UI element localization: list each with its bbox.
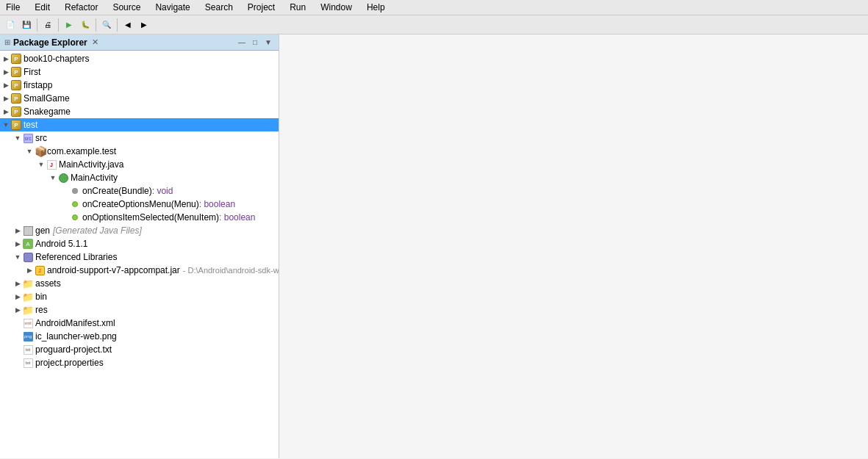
tree-item-firstapp[interactable]: Pfirstapp xyxy=(0,79,279,92)
menu-edit[interactable]: Edit xyxy=(32,1,53,13)
tree-icon-txt: txt xyxy=(22,357,34,369)
tree-item-onoptionsitemselected[interactable]: onOptionsItemSelected(MenuItem) : boolea… xyxy=(0,211,279,224)
new-button[interactable]: 📄 xyxy=(3,18,18,32)
tree-item-oncreate[interactable]: onCreate(Bundle) : void xyxy=(0,184,279,198)
tree-label-smallgame: SmallGame xyxy=(24,93,70,104)
tree-arrow-mainactivity[interactable] xyxy=(49,173,57,182)
menu-search[interactable]: Search xyxy=(202,1,236,13)
tree-arrow-res[interactable] xyxy=(13,306,22,314)
tree-icon-method_pub xyxy=(69,198,81,210)
menu-help[interactable]: Help xyxy=(364,1,388,13)
tree-item-src[interactable]: srcsrc xyxy=(0,131,279,145)
tree-label-bin: bin xyxy=(35,292,47,302)
package-explorer-panel: ⊞ Package Explorer ✕ — □ ▼ Pbook10-chapt… xyxy=(0,35,279,458)
tree-item-appcompat[interactable]: Jandroid-support-v7-appcompat.jar - D:\A… xyxy=(0,264,279,277)
forward-button[interactable]: ▶ xyxy=(137,18,151,32)
tree-icon-project: P xyxy=(10,53,22,65)
save-button[interactable]: 💾 xyxy=(19,18,34,32)
tree-item-reflibs[interactable]: Referenced Libraries xyxy=(0,250,279,264)
tree-item-smallgame[interactable]: PSmallGame xyxy=(0,92,279,105)
tree-icon-reflib xyxy=(22,251,34,263)
tree-item-snakegame[interactable]: PSnakegame xyxy=(0,105,279,118)
tree-item-oncreateoptionsmenu[interactable]: onCreateOptionsMenu(Menu) : boolean xyxy=(0,198,279,211)
tree-arrow-firstapp[interactable] xyxy=(1,81,10,90)
menu-source[interactable]: Source xyxy=(110,1,143,13)
maximize-button[interactable]: □ xyxy=(249,37,261,48)
tree-item-gen[interactable]: gen[Generated Java Files] xyxy=(0,224,279,237)
tree-return-oncreate: : void xyxy=(152,186,173,196)
tree-arrow-gen[interactable] xyxy=(13,226,22,235)
menu-project[interactable]: Project xyxy=(245,1,278,13)
tree-icon-folder: 📁 xyxy=(22,278,34,289)
tree-item-com.example.test[interactable]: 📦com.example.test xyxy=(0,145,279,158)
tree-arrow-mainactivity.java[interactable] xyxy=(37,160,46,169)
tree-item-iclauncher[interactable]: pngic_launcher-web.png xyxy=(0,330,279,343)
tree-item-androidmanifest[interactable]: xmlAndroidManifest.xml xyxy=(0,317,279,330)
file-tree: Pbook10-chaptersPFirstPfirstappPSmallGam… xyxy=(0,51,279,458)
tree-arrow-test[interactable] xyxy=(1,120,10,129)
tree-item-bin[interactable]: 📁bin xyxy=(0,290,279,303)
menu-bar: File Edit Refactor Source Navigate Searc… xyxy=(0,0,868,15)
run-button[interactable]: ▶ xyxy=(62,18,76,32)
toolbar-sep-3 xyxy=(96,18,96,32)
tree-arrow-appcompat[interactable] xyxy=(25,266,34,275)
tree-item-mainactivity[interactable]: MainActivity xyxy=(0,171,279,184)
tree-label-oncreate: onCreate(Bundle) xyxy=(82,186,152,196)
tree-label-mainactivity: MainActivity xyxy=(71,173,118,183)
tree-item-android511[interactable]: AAndroid 5.1.1 xyxy=(0,237,279,250)
toolbar-sep-1 xyxy=(37,18,37,32)
panel-controls: — □ ▼ xyxy=(236,37,274,48)
tree-arrow-assets[interactable] xyxy=(13,279,22,288)
tree-label-appcompat: android-support-v7-appcompat.jar xyxy=(47,265,180,275)
tree-arrow-src[interactable] xyxy=(13,134,22,142)
menu-file[interactable]: File xyxy=(3,1,23,13)
tree-icon-java: J xyxy=(46,159,57,170)
tree-arrow-com.example.test[interactable] xyxy=(25,147,34,156)
view-menu-button[interactable]: ▼ xyxy=(262,37,274,48)
tree-arrow-bin[interactable] xyxy=(13,292,22,301)
menu-window[interactable]: Window xyxy=(318,1,355,13)
tree-item-res[interactable]: 📁res xyxy=(0,303,279,317)
tree-item-proguard[interactable]: txtproguard-project.txt xyxy=(0,343,279,356)
tree-item-assets[interactable]: 📁assets xyxy=(0,277,279,290)
debug-button[interactable]: 🐛 xyxy=(78,18,93,32)
panel-header: ⊞ Package Explorer ✕ — □ ▼ xyxy=(0,35,279,51)
tree-item-book10[interactable]: Pbook10-chapters xyxy=(0,52,279,65)
tree-arrow-reflibs[interactable] xyxy=(13,253,22,261)
tree-icon-xml: xml xyxy=(22,317,34,329)
tree-icon-project: P xyxy=(10,66,22,78)
main-editor-area xyxy=(279,35,868,458)
tree-path-appcompat: - D:\Android\android-sdk-windows\extras\… xyxy=(183,266,279,275)
tree-label-firstapp: firstapp xyxy=(24,80,52,90)
back-button[interactable]: ◀ xyxy=(121,18,135,32)
tree-label-gen: gen xyxy=(35,225,50,236)
tree-label-oncreateoptionsmenu: onCreateOptionsMenu(Menu) xyxy=(82,199,199,209)
tree-label-android511: Android 5.1.1 xyxy=(35,239,87,249)
print-button[interactable]: 🖨 xyxy=(40,18,55,32)
tree-item-test[interactable]: Ptest xyxy=(0,118,279,131)
tree-item-first[interactable]: PFirst xyxy=(0,65,279,79)
tree-label-projectprops: project.properties xyxy=(35,358,104,368)
tree-arrow-book10[interactable] xyxy=(1,54,10,63)
minimize-button[interactable]: — xyxy=(236,37,248,48)
panel-icon: ⊞ xyxy=(4,38,10,46)
toolbar-sep-2 xyxy=(58,18,59,32)
tree-item-mainactivity.java[interactable]: JMainActivity.java xyxy=(0,158,279,171)
tree-label-com.example.test: com.example.test xyxy=(47,146,116,156)
tree-icon-project: P xyxy=(10,79,22,91)
menu-run[interactable]: Run xyxy=(287,1,309,13)
tree-icon-android: A xyxy=(22,238,34,250)
tree-item-projectprops[interactable]: txtproject.properties xyxy=(0,356,279,369)
tree-label-snakegame: Snakegame xyxy=(24,106,71,117)
menu-navigate[interactable]: Navigate xyxy=(152,1,193,13)
tree-arrow-snakegame[interactable] xyxy=(1,107,10,116)
panel-close-button[interactable]: ✕ xyxy=(90,37,100,47)
tree-arrow-smallgame[interactable] xyxy=(1,94,10,103)
tree-icon-method_pub xyxy=(69,212,81,223)
tree-label-test: test xyxy=(24,120,37,130)
tree-arrow-android511[interactable] xyxy=(13,239,22,248)
search-button[interactable]: 🔍 xyxy=(99,18,114,32)
tree-label-book10: book10-chapters xyxy=(24,54,89,64)
menu-refactor[interactable]: Refactor xyxy=(62,1,101,13)
tree-arrow-first[interactable] xyxy=(1,68,10,76)
